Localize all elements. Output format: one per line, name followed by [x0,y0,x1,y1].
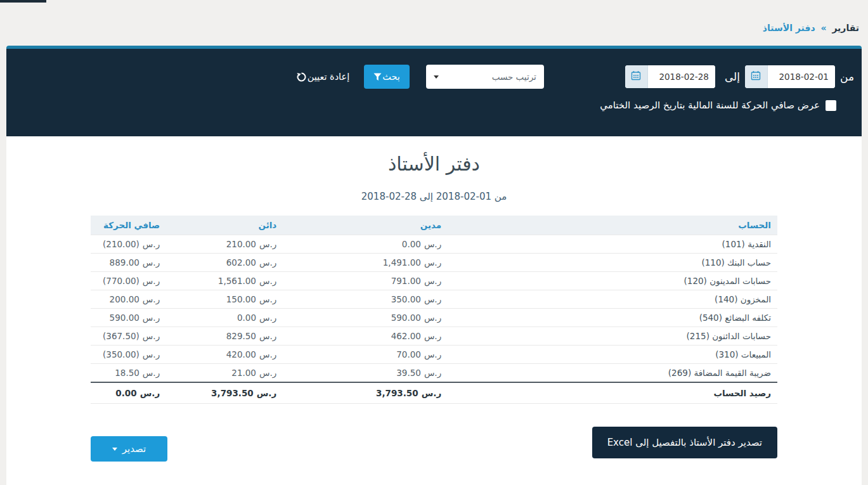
from-date-group [745,65,835,88]
reset-icon [297,72,306,82]
credit-cell: 210.00ر.س [166,235,283,254]
credit-cell: 602.00ر.س [166,254,283,272]
totals-row: رصيد الحساب 3,793.50ر.س 3,793.50ر.س 0.00… [91,382,777,404]
totals-credit: 3,793.50ر.س [166,382,283,404]
net-cell: (770.00)ر.س [91,272,166,290]
breadcrumb-current-page: دفتر الأستاذ [763,23,815,33]
net-cell: 18.50ر.س [91,364,166,383]
from-date-calendar-addon[interactable] [745,65,768,88]
window-edge-fragment [0,0,46,3]
actions-row: تصدير دفتر الأستاذ بالتفصيل إلى Excel تص… [91,427,777,462]
report-card: من إلى ترتيب حسب [6,46,862,485]
report-content: الحساب مدين دائن صافي الحركة النقدية (10… [6,216,862,462]
ledger-table: الحساب مدين دائن صافي الحركة النقدية (10… [91,216,777,404]
page-title: دفتر الأستاذ [6,136,862,175]
net-cell: 590.00ر.س [91,309,166,327]
filter-panel: من إلى ترتيب حسب [6,46,862,136]
table-row: حسابات المدينون (120) 791.00ر.س 1,561.00… [91,272,777,290]
account-cell: المبيعات (310) [448,346,777,364]
filter-icon [373,73,382,81]
debit-cell: 462.00ر.س [283,327,448,346]
table-row: النقدية (101) 0.00ر.س 210.00ر.س (210.00)… [91,235,777,254]
debit-cell: 350.00ر.س [283,290,448,309]
table-header-row: الحساب مدين دائن صافي الحركة [91,216,777,235]
account-cell: حساب البنك (110) [448,254,777,272]
chevron-down-icon [112,448,117,451]
totals-debit: 3,793.50ر.س [283,382,448,404]
account-cell: حسابات المدينون (120) [448,272,777,290]
breadcrumb-separator: » [820,23,826,33]
account-cell: ضريبة القيمة المضافة (269) [448,364,777,383]
debit-cell: 70.00ر.س [283,346,448,364]
debit-cell: 791.00ر.س [283,272,448,290]
debit-cell: 39.50ر.س [283,364,448,383]
column-header-debit: مدين [283,216,448,235]
table-row: حساب البنك (110) 1,491.00ر.س 602.00ر.س 8… [91,254,777,272]
sort-by-selected-value: ترتيب حسب [492,72,536,82]
totals-net: 0.00ر.س [91,382,166,404]
export-button[interactable]: تصدير [91,436,167,462]
net-cell: 889.00ر.س [91,254,166,272]
table-row: المبيعات (310) 70.00ر.س 420.00ر.س (350.0… [91,346,777,364]
net-cell: (210.00)ر.س [91,235,166,254]
column-header-credit: دائن [166,216,283,235]
net-cell: 200.00ر.س [91,290,166,309]
credit-cell: 420.00ر.س [166,346,283,364]
column-header-net: صافي الحركة [91,216,166,235]
credit-cell: 829.50ر.س [166,327,283,346]
breadcrumb: تقارير » دفتر الأستاذ [763,23,859,33]
credit-cell: 1,561.00ر.س [166,272,283,290]
debit-cell: 590.00ر.س [283,309,448,327]
account-cell: النقدية (101) [448,235,777,254]
reset-button[interactable]: إعادة تعيين [297,72,350,82]
table-row: ضريبة القيمة المضافة (269) 39.50ر.س 21.0… [91,364,777,383]
credit-cell: 150.00ر.س [166,290,283,309]
net-cell: (367.50)ر.س [91,327,166,346]
reset-button-label: إعادة تعيين [308,72,350,82]
table-row: حسابات الدائنون (215) 462.00ر.س 829.50ر.… [91,327,777,346]
net-movement-option-row: عرض صافي الحركة للسنة المالية بتاريخ الر… [14,100,854,111]
totals-label: رصيد الحساب [448,382,777,404]
from-date-input[interactable] [768,65,835,88]
debit-cell: 1,491.00ر.س [283,254,448,272]
export-detail-excel-button[interactable]: تصدير دفتر الأستاذ بالتفصيل إلى Excel [592,427,777,458]
account-cell: حسابات الدائنون (215) [448,327,777,346]
column-header-account: الحساب [448,216,777,235]
credit-cell: 21.00ر.س [166,364,283,383]
sort-by-select[interactable]: ترتيب حسب [426,65,544,89]
net-movement-checkbox[interactable] [826,100,836,111]
net-movement-checkbox-label: عرض صافي الحركة للسنة المالية بتاريخ الر… [600,100,820,111]
account-cell: المخزون (140) [448,290,777,309]
table-row: المخزون (140) 350.00ر.س 150.00ر.س 200.00… [91,290,777,309]
to-date-group [625,65,715,88]
to-date-input[interactable] [648,65,715,88]
breadcrumb-reports-link[interactable]: تقارير [832,23,859,33]
search-button-label: بحث [382,72,400,82]
to-date-calendar-addon[interactable] [625,65,648,88]
debit-cell: 0.00ر.س [283,235,448,254]
chevron-down-icon [434,75,439,79]
from-date-label: من [840,70,854,83]
table-row: تكلفه البضائع (540) 590.00ر.س 0.00ر.س 59… [91,309,777,327]
credit-cell: 0.00ر.س [166,309,283,327]
calendar-icon [751,70,761,83]
search-button[interactable]: بحث [364,65,410,89]
calendar-icon [631,70,641,83]
to-date-label: إلى [725,70,740,83]
account-cell: تكلفه البضائع (540) [448,309,777,327]
export-button-label: تصدير [122,443,146,455]
report-date-range: من 01-02-2018 إلى 28-02-2018 [6,191,862,202]
filter-row: من إلى ترتيب حسب [14,65,854,89]
net-cell: (350.00)ر.س [91,346,166,364]
